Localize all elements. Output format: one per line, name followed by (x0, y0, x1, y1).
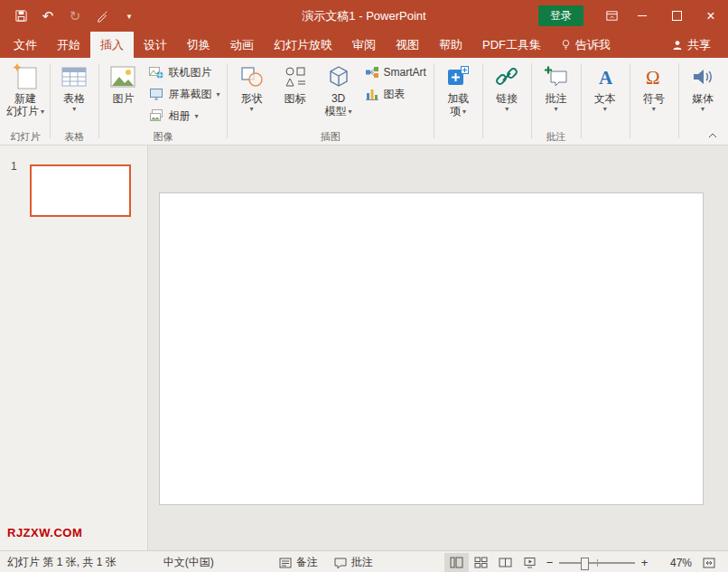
slide-sorter-view-button[interactable] (469, 553, 493, 572)
zoom-out-button[interactable]: − (542, 553, 557, 572)
reading-view-button[interactable] (493, 553, 518, 572)
group-label-addins (434, 131, 481, 145)
collapse-ribbon-button[interactable] (705, 129, 721, 142)
group-label-links (483, 131, 530, 145)
tab-file[interactable]: 文件 (4, 32, 47, 58)
ribbon-group-images-content: 图片 联机图片 (99, 58, 226, 131)
zoom-slider[interactable] (559, 555, 635, 571)
save-button[interactable] (7, 4, 34, 29)
group-label-images: 图像 (99, 131, 226, 145)
3d-models-label-line2: 模型 ▾ (325, 105, 352, 117)
table-label: 表格 (63, 92, 85, 105)
smartart-label: SmartArt (384, 66, 426, 79)
tab-home[interactable]: 开始 (47, 32, 90, 58)
new-comment-button[interactable]: 批注 ▾ (535, 61, 578, 114)
tab-pdf-tools[interactable]: PDF工具集 (472, 32, 551, 58)
shapes-button[interactable]: 形状 ▾ (230, 61, 274, 114)
sign-in-button[interactable]: 登录 (538, 5, 583, 26)
maximize-button[interactable] (659, 0, 694, 32)
chevron-down-icon: ▾ (652, 105, 656, 113)
comment-icon (544, 61, 569, 92)
chevron-down-icon: ▾ (250, 105, 254, 113)
zoom-in-button[interactable]: + (637, 553, 652, 572)
fit-to-window-button[interactable] (697, 553, 721, 572)
table-button[interactable]: 表格 ▾ (52, 61, 96, 114)
online-pictures-label: 联机图片 (168, 65, 211, 80)
slide-thumbnail[interactable] (30, 164, 131, 217)
zoom-slider-center-tick (597, 559, 598, 567)
online-pictures-button[interactable]: 联机图片 (145, 61, 224, 83)
slideshow-button[interactable] (518, 553, 542, 572)
slide-indicator[interactable]: 幻灯片 第 1 张, 共 1 张 (7, 555, 117, 570)
tab-tell-me[interactable]: 告诉我 (551, 32, 621, 58)
tab-help[interactable]: 帮助 (429, 32, 472, 58)
zoom-slider-thumb[interactable] (581, 558, 589, 570)
ribbon-group-symbols: Ω 符号 ▾ (630, 58, 677, 145)
online-pictures-icon (149, 66, 163, 79)
redo-button[interactable]: ↻ (61, 4, 89, 29)
screenshot-icon (149, 88, 163, 100)
smartart-button[interactable]: SmartArt (360, 61, 431, 83)
tab-insert[interactable]: 插入 (90, 32, 134, 58)
language-indicator[interactable]: 中文(中国) (163, 555, 214, 570)
ribbon-group-addins-content: 加载 项 ▾ (434, 58, 481, 131)
fit-to-window-icon (703, 558, 715, 568)
ribbon-group-links: 链接 ▾ (483, 58, 530, 145)
text-group-button[interactable]: A 文本 ▾ (583, 61, 627, 114)
touch-mode-button[interactable] (89, 4, 116, 29)
comments-label: 批注 (351, 555, 373, 570)
normal-view-button[interactable] (444, 553, 469, 572)
text-group-label: 文本 (594, 92, 616, 105)
addins-button[interactable]: 加载 项 ▾ (436, 61, 480, 118)
chevron-down-icon: ▾ (41, 108, 44, 116)
notes-button[interactable]: 备注 (279, 555, 318, 570)
tab-review[interactable]: 审阅 (342, 32, 386, 58)
slide-sorter-icon (474, 557, 488, 568)
ribbon-display-options-button[interactable] (598, 4, 625, 29)
slideshow-icon (523, 557, 537, 568)
screenshot-button[interactable]: 屏幕截图 ▾ (145, 83, 224, 105)
media-group-button[interactable]: 媒体 ▾ (681, 61, 724, 114)
photo-album-button[interactable]: 相册 ▾ (145, 105, 224, 127)
group-label-comments: 批注 (533, 131, 580, 145)
comments-button[interactable]: 批注 (334, 555, 373, 570)
chart-button[interactable]: 图表 (360, 83, 431, 105)
tab-animations[interactable]: 动画 (220, 32, 264, 58)
group-label-symbols (630, 131, 677, 145)
slide-indicator-label: 幻灯片 第 1 张, 共 1 张 (7, 555, 117, 570)
smartart-icon (365, 66, 379, 79)
3d-models-button[interactable]: 3D 模型 ▾ (317, 61, 360, 118)
slide-number: 1 (11, 160, 17, 173)
title-bar: ↶ ↻ ▾ 演示文稿1 - PowerPoint 登录 (0, 0, 728, 32)
customize-qat-button[interactable]: ▾ (116, 4, 143, 29)
undo-button[interactable]: ↶ (34, 4, 61, 29)
normal-view-icon (450, 557, 463, 568)
tab-slideshow[interactable]: 幻灯片放映 (264, 32, 342, 58)
text-icon: A (593, 61, 618, 92)
pictures-button[interactable]: 图片 (101, 61, 145, 106)
chart-label: 图表 (384, 87, 406, 102)
ribbon-group-slides-content: 新建 幻灯片 ▾ (2, 58, 49, 131)
ribbon-group-images: 图片 联机图片 (99, 58, 226, 145)
tab-design[interactable]: 设计 (134, 32, 177, 58)
editing-area (148, 145, 728, 550)
3d-models-label-line1: 3D (331, 92, 345, 105)
tab-transitions[interactable]: 切换 (177, 32, 220, 58)
icons-button[interactable]: 图标 (274, 61, 317, 106)
ribbon-group-tables: 表格 ▾ 表格 (51, 58, 98, 145)
symbols-group-button[interactable]: Ω 符号 ▾ (632, 61, 676, 114)
illustrations-small-buttons: SmartArt 图表 (360, 61, 431, 105)
zoom-level[interactable]: 47% (658, 557, 692, 569)
screenshot-label: 屏幕截图 (168, 87, 211, 102)
notes-label: 备注 (296, 555, 318, 570)
ribbon-group-media-content: 媒体 ▾ (679, 58, 726, 131)
slide-canvas[interactable] (160, 193, 703, 504)
link-button[interactable]: 链接 ▾ (485, 61, 528, 114)
tab-view[interactable]: 视图 (386, 32, 429, 58)
minus-icon: − (546, 556, 554, 569)
new-slide-button[interactable]: 新建 幻灯片 ▾ (4, 61, 47, 118)
media-group-label: 媒体 (692, 92, 714, 105)
tab-share[interactable]: 共享 (662, 32, 721, 58)
close-button[interactable]: × (694, 0, 728, 32)
minimize-button[interactable] (625, 0, 659, 32)
